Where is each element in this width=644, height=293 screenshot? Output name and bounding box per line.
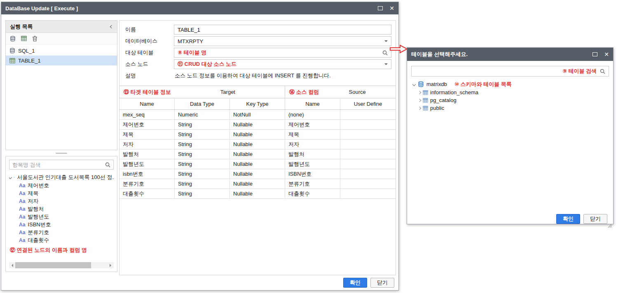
text-column-icon: Aa [19, 214, 25, 220]
chevron-down-icon[interactable] [412, 82, 416, 86]
cell-userdefine[interactable] [340, 110, 396, 119]
database-icon [418, 81, 424, 87]
cell-source-name[interactable]: 제목 [285, 130, 340, 139]
cell-source-name[interactable]: (none) [285, 110, 340, 119]
cell-datatype: String [175, 149, 230, 159]
titlebar: 테이블을 선택해주세요. ✕ [407, 48, 613, 61]
database-select[interactable]: MTXRPTY [174, 36, 391, 46]
cell-userdefine[interactable] [340, 140, 396, 149]
add-sql-button[interactable] [10, 36, 16, 42]
search-icon[interactable] [600, 69, 605, 74]
cell-source-name[interactable]: 저자 [285, 140, 340, 149]
schema-node[interactable]: information_schema [413, 88, 613, 96]
close-button[interactable]: 닫기 [370, 278, 394, 288]
tree-column-item[interactable]: Aa 제목 [9, 189, 114, 197]
chevron-right-icon[interactable] [418, 106, 421, 109]
dialog-title: 테이블을 선택해주세요. [411, 51, 468, 58]
close-button[interactable]: 닫기 [583, 214, 607, 224]
tree-column-item[interactable]: Aa ISBN번호 [9, 221, 114, 228]
schema-node[interactable]: public [413, 104, 613, 112]
target-table-field[interactable]: ⑧ 테이블 명 [174, 48, 391, 58]
add-table-button[interactable] [21, 36, 27, 41]
maximize-icon[interactable] [592, 52, 597, 56]
table-row[interactable]: 분류기호 String Nullable 분류기호 [119, 179, 396, 189]
table-row[interactable]: isbn번호 String Nullable ISBN번호 [119, 169, 396, 179]
table-search-icon[interactable] [382, 50, 388, 56]
scrollbar-track[interactable] [15, 262, 108, 268]
tree-column-item[interactable]: Aa 발행처 [9, 205, 114, 213]
close-icon[interactable]: ✕ [389, 5, 394, 11]
cell-userdefine[interactable] [340, 120, 396, 129]
name-input[interactable] [178, 27, 388, 33]
cell-source-name[interactable]: 분류기호 [285, 179, 340, 188]
target-table-label: 대상 테이블 [124, 49, 174, 56]
name-field[interactable] [174, 25, 391, 35]
scroll-right-icon[interactable] [108, 262, 114, 268]
form-rows: 이름 데이터베이스 MTXRPTY 대상 테이블 ⑧ 테이블 명 [119, 21, 396, 81]
tree-column-item[interactable]: Aa 분류기호 [9, 228, 114, 236]
cell-userdefine[interactable] [340, 149, 396, 159]
table-row[interactable]: 저자 String Nullable 저자 [119, 140, 396, 149]
table-search-box[interactable]: ⑨ 테이블 검색 [411, 66, 609, 77]
cell-userdefine[interactable] [340, 189, 396, 198]
node-search-box[interactable] [9, 160, 114, 170]
tree-column-item[interactable]: Aa 발행년도 [9, 213, 114, 221]
scroll-left-icon[interactable] [9, 262, 15, 268]
exec-item-table1[interactable]: TABLE_1 [6, 56, 117, 65]
maximize-icon[interactable] [378, 6, 383, 10]
col-header-userdefine: User Define [340, 98, 396, 109]
tree-column-item[interactable]: Aa 대출횟수 [9, 236, 114, 244]
cell-userdefine[interactable] [340, 179, 396, 188]
table-row[interactable]: mex_seq Numeric NotNull (none) [119, 110, 396, 120]
form-row-target-table: 대상 테이블 ⑧ 테이블 명 [124, 47, 391, 58]
ok-button[interactable]: 확인 [343, 278, 367, 288]
form-row-name: 이름 [124, 24, 391, 35]
horizontal-scrollbar[interactable] [9, 262, 114, 268]
exec-item-sql1[interactable]: SQL_1 [6, 46, 117, 56]
table-row[interactable]: 제목 String Nullable 제목 [119, 130, 396, 140]
cell-userdefine[interactable] [340, 130, 396, 139]
sidebar-splitter[interactable] [5, 150, 117, 156]
tree-item-label: 제어번호 [28, 182, 49, 189]
database-label: 데이터베이스 [124, 37, 174, 45]
table-row[interactable]: 발행년도 String Nullable 발행년도 [119, 159, 396, 169]
table-row[interactable]: 발행처 String Nullable 발행처 [119, 149, 396, 159]
source-group-header: ⑭ 소스 컬럼 Source [285, 86, 396, 98]
delete-button[interactable] [32, 36, 37, 42]
tree-column-item[interactable]: Aa 저자 [9, 197, 114, 205]
table-rows: mex_seq Numeric NotNull (none) 제어번호 Stri… [119, 110, 396, 199]
target-group-header: ⑬ 타겟 테이블 정보 Target [119, 86, 285, 98]
tree-root-node[interactable]: 서울도서관 인기대출 도서목록 100선 정. [9, 173, 114, 181]
table-search-input[interactable] [415, 68, 559, 74]
text-column-icon: Aa [19, 198, 25, 204]
cell-source-name[interactable]: 제어번호 [285, 120, 340, 129]
node-search-input[interactable] [12, 162, 103, 168]
chevron-down-icon [384, 63, 388, 67]
table-row[interactable]: 대출횟수 String Nullable 대출횟수 [119, 189, 396, 199]
window-controls: ✕ [378, 5, 394, 11]
cell-userdefine[interactable] [340, 159, 396, 169]
tree-item-label: 제목 [28, 190, 38, 197]
tree-column-item[interactable]: Aa 제어번호 [9, 181, 114, 189]
cell-userdefine[interactable] [340, 169, 396, 179]
resize-grip[interactable] [608, 223, 612, 228]
schema-node[interactable]: pg_catalog [413, 96, 613, 104]
cell-source-name[interactable]: 대출횟수 [285, 189, 340, 198]
search-icon[interactable] [105, 162, 110, 167]
mapping-table: ⑬ 타겟 테이블 정보 Target ⑭ 소스 컬럼 Source Name D… [119, 86, 396, 199]
database-root-node[interactable]: matrixdb ⑩ 스키마와 테이블 목록 [413, 80, 613, 88]
cell-source-name[interactable]: 발행년도 [285, 159, 340, 169]
tree-root-label: 서울도서관 인기대출 도서목록 100선 정. [17, 174, 114, 181]
ok-button[interactable]: 확인 [556, 214, 580, 224]
cell-source-name[interactable]: ISBN번호 [285, 169, 340, 179]
scrollbar-thumb[interactable] [15, 262, 91, 268]
chevron-right-icon[interactable] [418, 98, 421, 102]
collapse-icon[interactable] [110, 25, 113, 28]
chevron-down-icon[interactable] [9, 176, 12, 179]
table-row[interactable]: 제어번호 String Nullable 제어번호 [119, 120, 396, 130]
cell-source-name[interactable]: 발행처 [285, 149, 340, 159]
source-node-select[interactable]: ⑪ CRUD 대상 소스 노드 [174, 59, 391, 69]
execution-list: SQL_1 TABLE_1 [6, 44, 117, 65]
chevron-right-icon[interactable] [418, 91, 421, 94]
close-icon[interactable]: ✕ [604, 51, 609, 57]
